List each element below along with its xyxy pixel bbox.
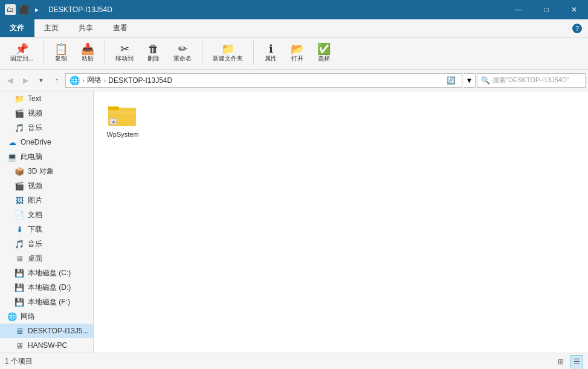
address-dropdown-button[interactable]: ▼ (464, 73, 476, 88)
ribbon-delete-btn[interactable]: 🗑 删除 (141, 40, 166, 67)
sidebar-item-desktop[interactable]: 🖥桌面 (0, 251, 93, 266)
sidebar-label-drive-d: 本地磁盘 (D:) (28, 282, 71, 293)
ribbon-select-btn[interactable]: ✅ 选择 (312, 40, 336, 67)
newfolder-icon: 📁 (221, 44, 234, 54)
up-button[interactable]: ↑ (50, 73, 64, 88)
list-view-button[interactable]: ☰ (570, 355, 583, 368)
ribbon: 文件 主页 共享 查看 ? 📌 固定到... 📋 复制 📥 粘贴 ✂ 移动到 🗑… (0, 19, 588, 70)
sidebar-item-network[interactable]: 🌐网络 (0, 309, 93, 324)
search-bar[interactable]: 🔍 搜索"DESKTOP-I13J54D" (477, 73, 586, 88)
sidebar-icon-desktop: 🖥 (15, 253, 24, 263)
sidebar-item-pictures[interactable]: 🖼图片 (0, 193, 93, 207)
ribbon-properties-btn[interactable]: ℹ 属性 (259, 40, 283, 67)
recent-locations-button[interactable]: ▼ (34, 73, 48, 88)
ribbon-delete-label: 删除 (147, 54, 160, 63)
copy-icon: 📋 (54, 44, 68, 54)
breadcrumb-network-icon: 🌐 (69, 76, 80, 85)
grid-view-button[interactable]: ⊞ (554, 355, 567, 368)
sidebar-icon-drive-d: 💾 (15, 282, 24, 292)
sidebar-item-text[interactable]: 📁Text (0, 91, 93, 106)
sidebar-item-hansw-pc[interactable]: 🖥HANSW-PC (0, 338, 93, 353)
title-bar: 🗂 ⬛ ▸ DESKTOP-I13J54D — □ ✕ (0, 0, 588, 19)
ribbon-sep-2 (105, 41, 105, 65)
address-breadcrumb: 🌐 › 网络 › DESKTOP-I13J54D (69, 75, 444, 85)
rename-icon: ✏ (178, 44, 187, 54)
sidebar-icon-videos-quick: 🎬 (15, 108, 24, 118)
window-title: DESKTOP-I13J54D (48, 5, 112, 14)
file-item-wpsystem[interactable]: WpSystem (99, 96, 147, 142)
properties-icon: ℹ (269, 44, 273, 54)
ribbon-sep-1 (44, 41, 44, 65)
sidebar-item-documents[interactable]: 📄文档 (0, 207, 93, 222)
breadcrumb-desktop[interactable]: DESKTOP-I13J54D (108, 76, 172, 85)
paste-icon: 📥 (81, 44, 94, 54)
svg-rect-1 (108, 106, 119, 110)
ribbon-copy-btn[interactable]: 📋 复制 (49, 40, 73, 67)
address-bar[interactable]: 🌐 › 网络 › DESKTOP-I13J54D 🔄 (65, 73, 462, 88)
app-icon-3[interactable]: ▸ (31, 4, 42, 15)
sidebar-label-hansw-pc: HANSW-PC (28, 341, 67, 350)
title-bar-left: 🗂 ⬛ ▸ DESKTOP-I13J54D (5, 4, 112, 15)
sidebar: 📁Text🎬视频🎵音乐☁OneDrive💻此电脑📦3D 对象🎬视频🖼图片📄文档⬇… (0, 91, 94, 353)
svg-rect-2 (108, 111, 136, 114)
sidebar-icon-drive-c: 💾 (15, 268, 24, 278)
ribbon-rename-btn[interactable]: ✏ 重命名 (168, 40, 197, 67)
ribbon-copy-label: 复制 (55, 54, 67, 63)
sidebar-item-onedrive[interactable]: ☁OneDrive (0, 135, 93, 149)
sidebar-label-drive-c: 本地磁盘 (C:) (28, 268, 71, 278)
sidebar-label-pictures: 图片 (28, 195, 42, 206)
tab-view[interactable]: 查看 (103, 19, 138, 37)
tab-file[interactable]: 文件 (0, 19, 34, 37)
ribbon-pin-label: 固定到... (10, 54, 33, 63)
sidebar-icon-network: 🌐 (7, 312, 17, 321)
sidebar-item-videos-quick[interactable]: 🎬视频 (0, 106, 93, 120)
ribbon-move-label: 移动到 (115, 54, 134, 63)
status-right: ⊞ ☰ (554, 355, 583, 368)
forward-button[interactable]: ▶ (18, 73, 33, 88)
sidebar-label-onedrive: OneDrive (21, 138, 51, 146)
sidebar-item-music-quick[interactable]: 🎵音乐 (0, 120, 93, 135)
ribbon-pin-btn[interactable]: 📌 固定到... (5, 40, 39, 67)
sidebar-item-this-pc[interactable]: 💻此电脑 (0, 149, 93, 164)
refresh-button[interactable]: 🔄 (444, 73, 458, 88)
back-button[interactable]: ◀ (2, 73, 17, 88)
address-area: ◀ ▶ ▼ ↑ 🌐 › 网络 › DESKTOP-I13J54D 🔄 ▼ 🔍 搜… (0, 70, 588, 91)
ribbon-move-btn[interactable]: ✂ 移动到 (110, 40, 139, 67)
ribbon-content: 📌 固定到... 📋 复制 📥 粘贴 ✂ 移动到 🗑 删除 ✏ 重命名 📁 新建… (0, 38, 588, 69)
sidebar-item-3d-objects[interactable]: 📦3D 对象 (0, 164, 93, 178)
sidebar-icon-drive-f: 💾 (15, 297, 24, 307)
file-label-wpsystem: WpSystem (106, 131, 138, 138)
main-area: 📁Text🎬视频🎵音乐☁OneDrive💻此电脑📦3D 对象🎬视频🖼图片📄文档⬇… (0, 91, 588, 353)
ribbon-tabs: 文件 主页 共享 查看 ? (0, 19, 588, 38)
minimize-button[interactable]: — (505, 0, 532, 19)
window-controls: — □ ✕ (505, 0, 588, 19)
folder-svg (108, 103, 137, 127)
sidebar-item-music[interactable]: 🎵音乐 (0, 237, 93, 251)
sidebar-item-drive-d[interactable]: 💾本地磁盘 (D:) (0, 280, 93, 295)
sidebar-label-downloads: 下载 (28, 224, 42, 235)
app-icon-2[interactable]: ⬛ (18, 4, 29, 15)
sidebar-item-drive-c[interactable]: 💾本地磁盘 (C:) (0, 266, 93, 280)
sidebar-label-desktop: 桌面 (28, 253, 42, 264)
folder-icon-wrapper (108, 100, 137, 129)
ribbon-newfolder-btn[interactable]: 📁 新建文件夹 (207, 40, 248, 67)
sidebar-item-desktop-i13j54d[interactable]: 🖥DESKTOP-I13J5... (0, 324, 93, 338)
breadcrumb-network[interactable]: 网络 (87, 75, 102, 85)
maximize-button[interactable]: □ (532, 0, 560, 19)
ribbon-open-btn[interactable]: 📂 打开 (285, 40, 309, 67)
sidebar-icon-onedrive: ☁ (7, 137, 17, 147)
tab-share[interactable]: 共享 (69, 19, 103, 37)
sidebar-icon-hansw-pc: 🖥 (15, 341, 24, 350)
sidebar-item-videos[interactable]: 🎬视频 (0, 178, 93, 193)
tab-home[interactable]: 主页 (34, 19, 69, 37)
title-bar-icons: 🗂 ⬛ ▸ (5, 4, 42, 15)
sidebar-item-drive-f[interactable]: 💾本地磁盘 (F:) (0, 295, 93, 309)
close-button[interactable]: ✕ (560, 0, 588, 19)
app-icon-1: 🗂 (5, 4, 16, 15)
sidebar-item-downloads[interactable]: ⬇下载 (0, 222, 93, 237)
sidebar-label-desktop-i13j54d: DESKTOP-I13J5... (28, 327, 88, 335)
ribbon-paste-label: 粘贴 (82, 54, 94, 63)
ribbon-paste-btn[interactable]: 📥 粘贴 (76, 40, 100, 67)
help-button[interactable]: ? (571, 22, 583, 34)
ribbon-open-label: 打开 (291, 54, 303, 63)
